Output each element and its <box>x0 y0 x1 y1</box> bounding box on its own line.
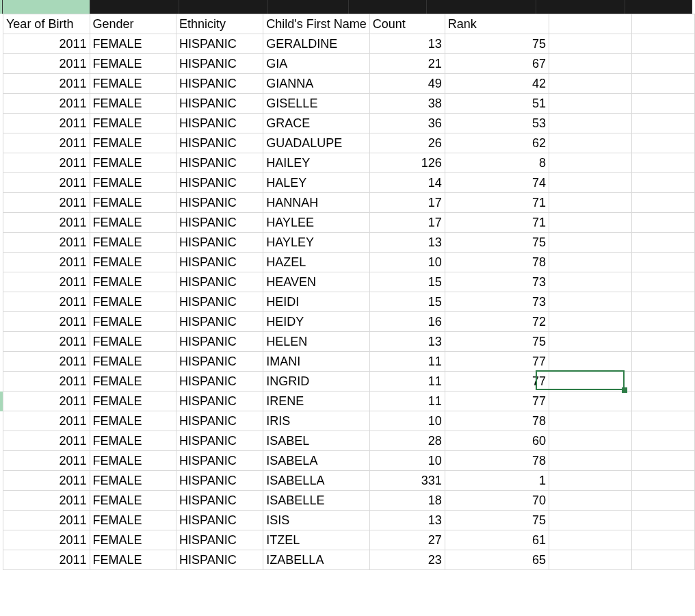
header-col-g[interactable] <box>549 14 631 34</box>
cell-name[interactable]: ISABEL <box>263 431 369 451</box>
cell-gender[interactable]: FEMALE <box>90 114 176 133</box>
data-body[interactable]: 2011FEMALEHISPANICGERALDINE13752011FEMAL… <box>3 34 695 570</box>
cell-year[interactable]: 2011 <box>3 133 90 153</box>
cell-col-g[interactable] <box>549 411 631 431</box>
cell-name[interactable]: ITZEL <box>263 530 369 550</box>
cell-col-h[interactable] <box>632 133 695 153</box>
cell-col-g[interactable] <box>549 511 631 530</box>
cell-year[interactable]: 2011 <box>3 153 90 173</box>
table-row[interactable]: 2011FEMALEHISPANICIZABELLA2365 <box>3 550 695 570</box>
cell-gender[interactable]: FEMALE <box>90 74 176 94</box>
cell-col-g[interactable] <box>549 213 631 233</box>
cell-col-g[interactable] <box>549 34 631 54</box>
cell-name[interactable]: ISABELA <box>263 451 369 471</box>
cell-col-g[interactable] <box>549 54 631 74</box>
cell-count[interactable]: 11 <box>369 372 445 392</box>
cell-col-h[interactable] <box>632 312 695 332</box>
cell-col-g[interactable] <box>549 74 631 94</box>
cell-name[interactable]: GUADALUPE <box>263 133 369 153</box>
cell-col-g[interactable] <box>549 392 631 411</box>
cell-col-g[interactable] <box>549 233 631 253</box>
table-row[interactable]: 2011FEMALEHISPANICHEIDI1573 <box>3 292 695 312</box>
table-row[interactable]: 2011FEMALEHISPANICHEAVEN1573 <box>3 272 695 292</box>
table-row[interactable]: 2011FEMALEHISPANICGUADALUPE2662 <box>3 133 695 153</box>
cell-gender[interactable]: FEMALE <box>90 173 176 193</box>
cells-grid[interactable]: Year of Birth Gender Ethnicity Child's F… <box>3 14 695 570</box>
cell-count[interactable]: 13 <box>369 233 445 253</box>
cell-col-h[interactable] <box>632 253 695 272</box>
cell-count[interactable]: 17 <box>369 193 445 213</box>
cell-count[interactable]: 17 <box>369 213 445 233</box>
cell-col-h[interactable] <box>632 233 695 253</box>
cell-name[interactable]: INGRID <box>263 372 369 392</box>
cell-col-h[interactable] <box>632 550 695 570</box>
cell-name[interactable]: HELEN <box>263 332 369 352</box>
col-header-C[interactable] <box>179 0 268 14</box>
header-name[interactable]: Child's First Name <box>263 14 369 34</box>
header-year[interactable]: Year of Birth <box>3 14 90 34</box>
cell-rank[interactable]: 74 <box>445 173 549 193</box>
table-row[interactable]: 2011FEMALEHISPANICHAYLEY1375 <box>3 233 695 253</box>
cell-col-h[interactable] <box>632 114 695 133</box>
cell-col-h[interactable] <box>632 34 695 54</box>
cell-col-h[interactable] <box>632 292 695 312</box>
col-header-D[interactable] <box>268 0 349 14</box>
cell-count[interactable]: 15 <box>369 272 445 292</box>
table-row[interactable]: 2011FEMALEHISPANICGERALDINE1375 <box>3 34 695 54</box>
cell-col-h[interactable] <box>632 213 695 233</box>
cell-year[interactable]: 2011 <box>3 471 90 491</box>
cell-col-h[interactable] <box>632 491 695 511</box>
cell-count[interactable]: 13 <box>369 511 445 530</box>
cell-year[interactable]: 2011 <box>3 530 90 550</box>
cell-ethnicity[interactable]: HISPANIC <box>176 133 263 153</box>
col-header-G[interactable] <box>536 0 625 14</box>
cell-ethnicity[interactable]: HISPANIC <box>176 332 263 352</box>
cell-gender[interactable]: FEMALE <box>90 530 176 550</box>
cell-name[interactable]: ISIS <box>263 511 369 530</box>
cell-rank[interactable]: 75 <box>445 332 549 352</box>
table-row[interactable]: 2011FEMALEHISPANICHAYLEE1771 <box>3 213 695 233</box>
cell-rank[interactable]: 77 <box>445 352 549 372</box>
cell-count[interactable]: 10 <box>369 451 445 471</box>
cell-gender[interactable]: FEMALE <box>90 272 176 292</box>
cell-col-g[interactable] <box>549 114 631 133</box>
col-header-A[interactable] <box>3 0 90 14</box>
cell-col-h[interactable] <box>632 54 695 74</box>
cell-gender[interactable]: FEMALE <box>90 54 176 74</box>
cell-count[interactable]: 27 <box>369 530 445 550</box>
cell-count[interactable]: 10 <box>369 253 445 272</box>
cell-rank[interactable]: 75 <box>445 233 549 253</box>
cell-name[interactable]: IMANI <box>263 352 369 372</box>
table-row[interactable]: 2011FEMALEHISPANICISABEL2860 <box>3 431 695 451</box>
cell-col-h[interactable] <box>632 193 695 213</box>
cell-name[interactable]: HEAVEN <box>263 272 369 292</box>
cell-col-h[interactable] <box>632 530 695 550</box>
cell-year[interactable]: 2011 <box>3 34 90 54</box>
cell-rank[interactable]: 1 <box>445 471 549 491</box>
cell-year[interactable]: 2011 <box>3 550 90 570</box>
cell-name[interactable]: HALEY <box>263 173 369 193</box>
cell-year[interactable]: 2011 <box>3 253 90 272</box>
cell-ethnicity[interactable]: HISPANIC <box>176 372 263 392</box>
cell-ethnicity[interactable]: HISPANIC <box>176 550 263 570</box>
cell-col-g[interactable] <box>549 94 631 114</box>
cell-col-h[interactable] <box>632 411 695 431</box>
cell-col-g[interactable] <box>549 153 631 173</box>
cell-gender[interactable]: FEMALE <box>90 431 176 451</box>
cell-col-g[interactable] <box>549 471 631 491</box>
cell-count[interactable]: 13 <box>369 34 445 54</box>
cell-gender[interactable]: FEMALE <box>90 491 176 511</box>
cell-col-h[interactable] <box>632 471 695 491</box>
cell-name[interactable]: HANNAH <box>263 193 369 213</box>
cell-name[interactable]: IRIS <box>263 411 369 431</box>
cell-name[interactable]: GIANNA <box>263 74 369 94</box>
cell-ethnicity[interactable]: HISPANIC <box>176 233 263 253</box>
cell-name[interactable]: HEIDI <box>263 292 369 312</box>
cell-count[interactable]: 331 <box>369 471 445 491</box>
cell-name[interactable]: GISELLE <box>263 94 369 114</box>
header-row[interactable]: Year of Birth Gender Ethnicity Child's F… <box>3 14 695 34</box>
cell-gender[interactable]: FEMALE <box>90 253 176 272</box>
cell-gender[interactable]: FEMALE <box>90 372 176 392</box>
cell-rank[interactable]: 42 <box>445 74 549 94</box>
cell-ethnicity[interactable]: HISPANIC <box>176 352 263 372</box>
